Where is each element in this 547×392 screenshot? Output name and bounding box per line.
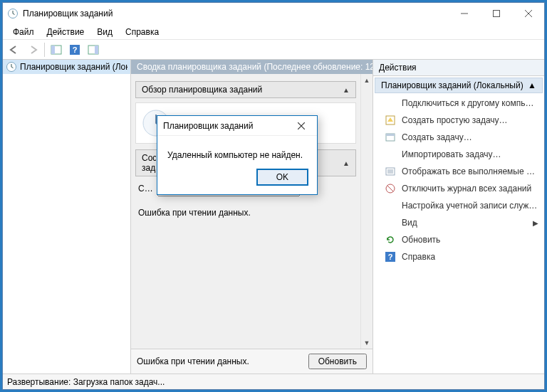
blank-icon — [385, 149, 396, 160]
action-create-basic-task[interactable]: Создать простую задачу… — [373, 112, 544, 129]
minimize-button[interactable] — [448, 3, 480, 24]
overview-section-header[interactable]: Обзор планировщика заданий ▲ — [135, 81, 356, 98]
tree-pane: Планировщик заданий (Локальный) — [3, 60, 131, 374]
titlebar: Планировщик заданий — [3, 3, 544, 24]
dialog-message: Удаленный компьютер не найден. — [157, 136, 317, 169]
action-import-task[interactable]: Импортировать задачу… — [373, 146, 544, 163]
status-section-title: Состояние задачи — [142, 153, 156, 173]
actions-section-header[interactable]: Планировщик заданий (Локальный) ▲ — [375, 78, 543, 93]
action-create-task[interactable]: Создать задачу… — [373, 129, 544, 146]
period-label: С… — [138, 184, 153, 194]
svg-rect-12 — [386, 134, 395, 136]
help-icon: ? — [385, 251, 396, 263]
window-title: Планировщик заданий — [23, 9, 448, 18]
history-off-icon — [385, 183, 396, 194]
blank-icon — [385, 217, 396, 228]
dialog-titlebar: Планировщик заданий — [157, 116, 317, 136]
menubar: Файл Действие Вид Справка — [3, 24, 544, 40]
actions-section-title: Планировщик заданий (Локальный) — [381, 80, 523, 90]
nav-forward-button[interactable] — [24, 41, 41, 58]
svg-rect-3 — [51, 46, 55, 54]
wizard-icon — [385, 115, 396, 126]
scroll-up-icon[interactable]: ▲ — [361, 74, 373, 86]
vertical-scrollbar[interactable]: ▲ ▼ — [360, 74, 373, 349]
action-disable-history[interactable]: Отключить журнал всех заданий — [373, 180, 544, 197]
action-show-running[interactable]: Отображать все выполняемые за… — [373, 163, 544, 180]
help-toolbar-button[interactable]: ? — [66, 41, 83, 58]
center-footer: Ошибка при чтении данных. Обновить — [131, 349, 373, 374]
clock-icon — [6, 61, 17, 73]
status-label: Развертывание: — [7, 377, 71, 387]
blank-icon — [385, 200, 396, 211]
chevron-up-icon: ▲ — [343, 86, 350, 94]
toolbar-separator — [44, 43, 45, 57]
scroll-down-icon[interactable]: ▼ — [361, 337, 373, 349]
blank-icon — [385, 97, 396, 109]
dialog-close-button[interactable] — [291, 119, 311, 133]
toolbar: ? — [3, 40, 544, 60]
error-dialog: Планировщик заданий Удаленный компьютер … — [157, 115, 318, 195]
overview-section-title: Обзор планировщика заданий — [142, 85, 262, 95]
actions-pane: Действия Планировщик заданий (Локальный)… — [373, 60, 544, 374]
action-at-service[interactable]: Настройка учетной записи служ… — [373, 197, 544, 214]
menu-file[interactable]: Файл — [7, 26, 40, 38]
chevron-up-icon: ▲ — [343, 159, 350, 167]
refresh-icon — [385, 234, 396, 245]
dialog-ok-button[interactable]: OK — [256, 169, 308, 186]
nav-back-button[interactable] — [6, 41, 23, 58]
dialog-title: Планировщик заданий — [163, 121, 291, 131]
footer-text: Ошибка при чтении данных. — [137, 356, 249, 366]
chevron-right-icon: ▶ — [533, 219, 538, 227]
toggle-action-pane-button[interactable] — [85, 41, 102, 58]
app-icon — [7, 8, 19, 19]
toggle-console-tree-button[interactable] — [48, 41, 65, 58]
maximize-button[interactable] — [480, 3, 512, 24]
chevron-up-icon: ▲ — [528, 80, 536, 90]
svg-rect-7 — [95, 46, 98, 54]
list-icon — [385, 166, 396, 177]
refresh-button[interactable]: Обновить — [308, 354, 367, 369]
tree-root-label: Планировщик заданий (Локальный) — [20, 62, 127, 72]
svg-text:?: ? — [388, 253, 393, 261]
close-button[interactable] — [512, 3, 544, 24]
action-help[interactable]: ? Справка — [373, 248, 544, 265]
menu-view[interactable]: Вид — [91, 26, 118, 38]
statusbar: Развертывание: Загрузка папок задач... — [3, 374, 544, 389]
main-window: Планировщик заданий Файл Действие Вид Сп… — [2, 2, 545, 390]
action-view-submenu[interactable]: Вид ▶ — [373, 214, 544, 231]
center-pane: Сводка планировщика заданий (Последнее о… — [131, 60, 373, 374]
task-icon — [385, 132, 396, 143]
tree-root-item[interactable]: Планировщик заданий (Локальный) — [3, 60, 130, 74]
svg-text:?: ? — [73, 46, 78, 54]
action-connect[interactable]: Подключиться к другому компь… — [373, 95, 544, 112]
menu-help[interactable]: Справка — [120, 26, 165, 38]
action-refresh[interactable]: Обновить — [373, 231, 544, 248]
scroll-track[interactable] — [361, 86, 373, 337]
actions-pane-title: Действия — [373, 60, 544, 76]
error-text: Ошибка при чтении данных. — [135, 205, 356, 225]
status-text: Загрузка папок задач... — [73, 377, 165, 387]
center-header: Сводка планировщика заданий (Последнее о… — [131, 60, 373, 74]
body: Планировщик заданий (Локальный) Сводка п… — [3, 60, 544, 374]
menu-action[interactable]: Действие — [41, 26, 90, 38]
svg-rect-1 — [493, 11, 499, 17]
